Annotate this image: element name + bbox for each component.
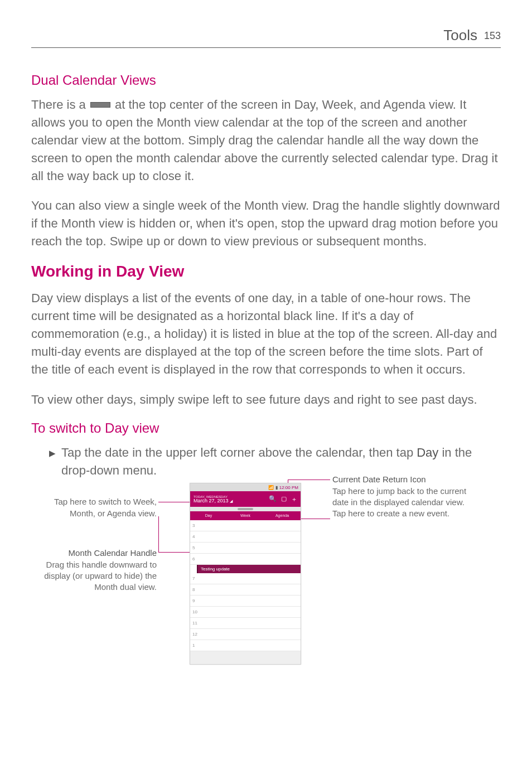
signal-icon: 📶 — [268, 485, 274, 490]
tab-agenda[interactable]: Agenda — [264, 511, 301, 520]
paragraph-working-1: Day view displays a list of the events o… — [31, 289, 501, 378]
leader-line — [158, 502, 191, 502]
leader-line — [288, 480, 330, 480]
leader-line — [158, 552, 190, 553]
section-name: Tools — [443, 27, 477, 44]
date-selector[interactable]: TODAY, WEDNESDAY March 27, 2013◢ — [194, 495, 269, 503]
handle-grip-icon — [238, 508, 253, 510]
p1a: There is a — [31, 98, 89, 112]
callout-return-icon-label: Current Date Return Icon — [332, 474, 477, 485]
callout-month-handle: Month Calendar Handle Drag this handle d… — [25, 548, 157, 593]
bullet-bold: Day — [417, 446, 438, 459]
phone-screenshot: 📶 ▮ 12:00 PM TODAY, WEDNESDAY March 27, … — [190, 483, 301, 665]
p1b: at the top center of the screen in Day, … — [31, 98, 498, 183]
callout-month-handle-label: Month Calendar Handle — [25, 548, 157, 559]
today-icon[interactable]: ▢ — [281, 495, 287, 503]
paragraph-working-2: To view other days, simply swipe left to… — [31, 391, 501, 409]
handle-icon — [90, 102, 110, 108]
heading-working-day: Working in Day View — [31, 263, 501, 280]
leader-line — [299, 519, 330, 519]
bullet-pre: Tap the date in the upper left corner ab… — [61, 446, 417, 459]
bullet-arrow-icon: ▶ — [49, 448, 56, 458]
hour-row: 9 — [190, 595, 301, 607]
callout-create-event-body: Tap here to create a new event. — [332, 508, 477, 519]
tab-week[interactable]: Week — [227, 511, 264, 520]
hour-row: 5 — [190, 543, 301, 554]
chevron-down-icon: ◢ — [230, 499, 233, 503]
calendar-event[interactable]: Testing update — [197, 565, 301, 573]
page-number: 153 — [484, 30, 501, 42]
hours-grid: 3 4 5 6 Testing update 7 8 9 10 11 12 1 — [190, 520, 301, 651]
hour-row: 8 — [190, 584, 301, 595]
month-handle[interactable] — [190, 507, 301, 511]
hour-row: 4 — [190, 531, 301, 543]
date-small: TODAY, WEDNESDAY — [194, 495, 269, 498]
hour-row: 7 — [190, 573, 301, 584]
add-event-icon[interactable]: ＋ — [291, 495, 297, 503]
tab-day[interactable]: Day — [190, 511, 227, 520]
page-header: Tools 153 — [31, 27, 501, 48]
status-bar: 📶 ▮ 12:00 PM — [190, 483, 301, 491]
callout-month-handle-body: Drag this handle downward to display (or… — [25, 559, 157, 593]
callout-right: Current Date Return Icon Tap here to jum… — [332, 474, 477, 519]
hour-row: 1 — [190, 640, 301, 651]
heading-dual-views: Dual Calendar Views — [31, 72, 501, 88]
hour-row: 3 — [190, 520, 301, 531]
hour-row: 12 — [190, 629, 301, 640]
view-tabs: Day Week Agenda — [190, 511, 301, 520]
paragraph-dual-1: There is a at the top center of the scre… — [31, 96, 501, 185]
heading-switch-day: To switch to Day view — [31, 420, 501, 436]
hour-row: 6 — [190, 554, 301, 565]
callout-return-icon-body: Tap here to jump back to the current dat… — [332, 486, 477, 509]
callout-switch-view: Tap here to switch to Week, Month, or Ag… — [31, 496, 157, 519]
date-bar[interactable]: TODAY, WEDNESDAY March 27, 2013◢ 🔍 ▢ ＋ — [190, 491, 301, 507]
search-icon[interactable]: 🔍 — [269, 495, 277, 503]
figure-area: Tap here to switch to Week, Month, or Ag… — [31, 483, 501, 672]
hour-row: 10 — [190, 607, 301, 618]
leader-line — [158, 516, 159, 552]
date-main: March 27, 2013 — [194, 498, 229, 503]
status-time: 12:00 PM — [279, 485, 298, 490]
hour-row: 11 — [190, 618, 301, 629]
battery-icon: ▮ — [275, 485, 278, 490]
paragraph-dual-2: You can also view a single week of the M… — [31, 197, 501, 250]
